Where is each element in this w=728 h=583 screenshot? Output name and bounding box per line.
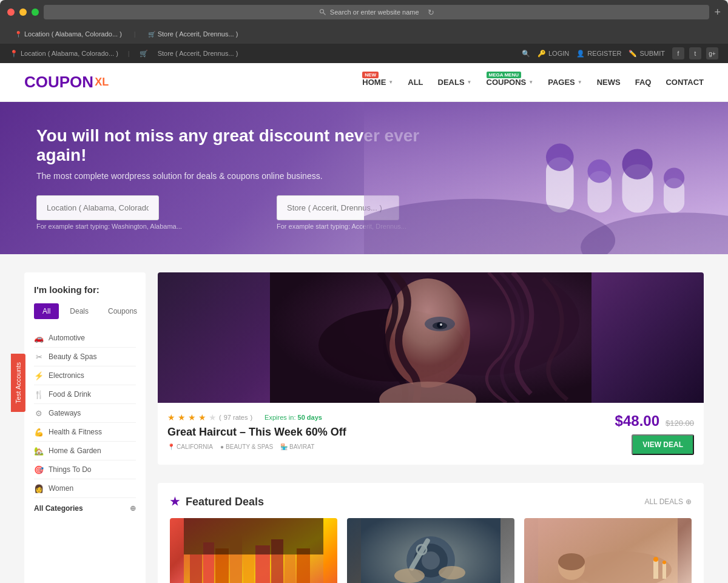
category-dot-icon: ● <box>220 443 224 450</box>
expires-value: 50 days <box>298 414 322 421</box>
category-electronics[interactable]: ⚡ Electronics <box>34 366 136 385</box>
nav-all-label: ALL <box>408 78 423 87</box>
category-women[interactable]: 👩 Women <box>34 479 136 498</box>
svg-rect-27 <box>243 551 254 583</box>
sidebar: I'm looking for: All Deals Coupons <box>24 272 146 583</box>
nav-coupons[interactable]: MEGA MENU COUPONS ▼ <box>487 78 534 87</box>
topbar-store[interactable]: Store ( Accerit, Drennus... ) <box>158 50 238 57</box>
content-layout: I'm looking for: All Deals Coupons <box>24 272 704 583</box>
nav-faq-label: FAQ <box>635 78 652 87</box>
hero-bg-svg <box>364 102 728 254</box>
deal-price-row: $48.00 $120.00 <box>615 413 694 430</box>
address-bar[interactable]: Search or enter website name ↻ <box>44 5 709 19</box>
sidebar-title: I'm looking for: <box>34 285 136 295</box>
site-logo[interactable]: COUPON XL <box>24 73 109 92</box>
topbar-divider: | <box>128 50 130 57</box>
home-icon: 🏡 <box>34 446 44 456</box>
women-icon: 👩 <box>34 484 44 493</box>
sidebar-tab-all[interactable]: All <box>34 303 59 319</box>
browser-tab-store[interactable]: 🛒 Store ( Accerit, Drennus... ) <box>148 30 238 38</box>
topbar-location[interactable]: 📍 Location ( Alabama, Colorado... ) <box>10 50 118 58</box>
googleplus-icon[interactable]: g+ <box>706 47 718 59</box>
all-deals-link[interactable]: ALL DEALS ⊕ <box>644 497 692 506</box>
submit-icon: ✏️ <box>629 50 637 58</box>
category-automotive[interactable]: 🚗 Automotive <box>34 329 136 348</box>
nav-contact[interactable]: CONTACT <box>666 78 704 87</box>
category-food[interactable]: 🍴 Food & Drink <box>34 385 136 404</box>
nav-contact-label: CONTACT <box>666 78 704 87</box>
location-icon: 📍 <box>10 50 18 58</box>
nav-home[interactable]: NEW HOME ▼ <box>362 78 393 87</box>
location-pin-icon: 📍 <box>167 443 175 450</box>
deal-section: ★ ★ ★ ★ ★ ( 97 rates ) Expires in: <box>158 272 704 583</box>
featured-img-1 <box>170 518 337 583</box>
browser-minimize-btn[interactable] <box>19 8 27 16</box>
category-gateways[interactable]: ⚙ Gateways <box>34 404 136 423</box>
beauty-icon: ✂ <box>34 352 44 362</box>
nav-pages-label: PAGES <box>548 78 575 87</box>
category-beauty[interactable]: ✂ Beauty & Spas <box>34 348 136 366</box>
sidebar-tabs: All Deals Coupons <box>34 303 136 319</box>
category-home[interactable]: 🏡 Home & Garden <box>34 442 136 460</box>
cart-icon: 🛒 <box>140 50 148 58</box>
twitter-icon[interactable]: t <box>689 47 701 59</box>
browser-maximize-btn[interactable] <box>32 8 39 16</box>
all-categories-link[interactable]: All Categories ⊕ <box>34 504 136 513</box>
category-gateways-label: Gateways <box>49 409 81 417</box>
sidebar-tab-coupons[interactable]: Coupons <box>99 303 146 319</box>
store-tab-icon: 🛒 <box>148 31 155 38</box>
star-3: ★ <box>188 413 196 422</box>
food-icon: 🍴 <box>34 389 44 399</box>
browser-chrome: Search or enter website name ↻ + 📍 Locat… <box>0 0 728 44</box>
nav-news[interactable]: NEWS <box>597 78 621 87</box>
nav-all[interactable]: ALL <box>408 78 423 87</box>
health-icon: 💪 <box>34 427 44 437</box>
refresh-icon[interactable]: ↻ <box>428 8 434 17</box>
featured-img-2-svg <box>347 518 514 583</box>
logo-text: COUPON <box>24 73 93 92</box>
topbar-submit-btn[interactable]: ✏️ SUBMIT <box>629 50 665 58</box>
top-bar-right: 🔍 🔑 LOGIN 👤 REGISTER ✏️ SUBMIT f t g+ <box>522 47 718 59</box>
star-5: ★ <box>209 413 217 422</box>
topbar-location-text: Location ( Alabama, Colorado... ) <box>21 50 118 57</box>
featured-card-1[interactable] <box>170 518 337 583</box>
new-tab-btn[interactable]: + <box>714 6 721 19</box>
address-text: Search or enter website name <box>330 8 419 16</box>
deal-left: ★ ★ ★ ★ ★ ( 97 rates ) Expires in: <box>167 413 615 450</box>
topbar-login-btn[interactable]: 🔑 LOGIN <box>538 50 569 58</box>
topbar-cart[interactable]: 🛒 <box>140 50 148 58</box>
browser-close-btn[interactable] <box>7 8 15 16</box>
svg-point-10 <box>664 167 684 188</box>
featured-section: ★ Featured Deals ALL DEALS ⊕ <box>158 483 704 583</box>
facebook-icon[interactable]: f <box>672 47 684 59</box>
sidebar-tab-deals[interactable]: Deals <box>61 303 97 319</box>
featured-card-3[interactable] <box>524 518 692 583</box>
nav-news-label: NEWS <box>597 78 621 87</box>
topbar-register-btn[interactable]: 👤 REGISTER <box>576 50 621 58</box>
top-bar-left: 📍 Location ( Alabama, Colorado... ) | 🛒 … <box>10 50 512 58</box>
svg-point-44 <box>558 553 585 570</box>
featured-card-2[interactable] <box>347 518 514 583</box>
deal-right: $48.00 $120.00 VIEW DEAL <box>615 413 694 455</box>
svg-point-46 <box>653 557 658 562</box>
nav-deals[interactable]: DEALS ▼ <box>438 78 472 87</box>
nav-pages[interactable]: PAGES ▼ <box>548 78 582 87</box>
svg-point-48 <box>662 561 666 564</box>
expires-label: Expires in: 50 days <box>265 414 322 421</box>
category-home-label: Home & Garden <box>49 447 101 455</box>
featured-header: ★ Featured Deals ALL DEALS ⊕ <box>170 495 692 508</box>
category-things-to-do[interactable]: 🎯 Things To Do <box>34 460 136 479</box>
nav-badge-new: NEW <box>362 72 379 78</box>
location-input[interactable] <box>36 195 159 220</box>
svg-point-4 <box>546 143 574 171</box>
test-accounts-tab[interactable]: Test Accounts <box>11 354 25 412</box>
nav-faq[interactable]: FAQ <box>635 78 652 87</box>
featured-img-3-svg <box>524 518 692 583</box>
topbar-search[interactable]: 🔍 <box>522 50 530 58</box>
automotive-icon: 🚗 <box>34 333 44 343</box>
hero-section: You will not miss any great discount nev… <box>0 102 728 254</box>
view-deal-btn[interactable]: VIEW DEAL <box>632 434 694 455</box>
browser-tab-location[interactable]: 📍 Location ( Alabama, Colorado... ) <box>15 30 122 38</box>
category-health[interactable]: 💪 Health & Fitness <box>34 423 136 442</box>
svg-point-8 <box>622 149 653 180</box>
